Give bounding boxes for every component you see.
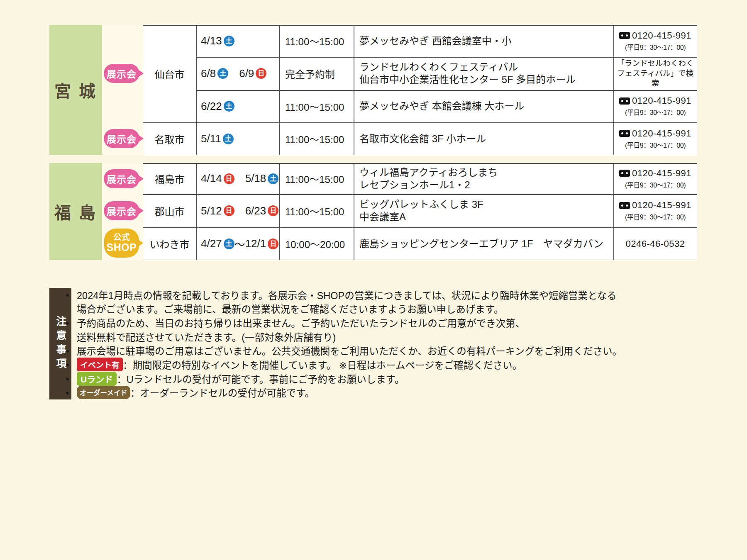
sunday-badge: 日 (224, 205, 234, 216)
date-text: 12/1 (245, 237, 266, 250)
freephone-icon (619, 202, 630, 209)
date-cell: 4/13土 (196, 25, 279, 57)
date-text: 4/13 (201, 34, 222, 47)
venue-cell: 鹿島ショッピングセンターエブリア 1F ヤマダカバン (354, 227, 613, 260)
venue-cell: 夢メッセみやぎ 本館会議棟 大ホール (354, 90, 613, 122)
city-cell-natori: 名取市 (143, 123, 196, 155)
prefecture-label-miyagi: 宮 城 (54, 78, 97, 102)
flyer-page: 宮 城 福 島 展示会 展示会 展示会 展示会 公式 SHOP 仙台市 名取市 … (0, 0, 747, 560)
search-note-line: 「ランドセルわくわく (617, 58, 693, 68)
phone-cell: 「ランドセルわくわく フェスティバル」で検索 (613, 57, 697, 90)
date-text: 4/14 (201, 172, 222, 185)
sunday-badge: 日 (256, 68, 266, 79)
venue-cell: 夢メッセみやぎ 西館会議室中・小 (354, 25, 613, 57)
venue-cell: ビッグパレットふくしま 3F 中会議室A (354, 194, 613, 227)
prefecture-cell-miyagi: 宮 城 (49, 25, 102, 155)
venue-line: ランドセルわくわくフェスティバル (359, 61, 613, 73)
sunday-badge: 日 (268, 205, 278, 216)
freephone-icon (619, 130, 630, 137)
note-text: ：Uランドセルの受付が可能です。事前にご予約をお願いします。 (117, 372, 404, 386)
saturday-badge: 土 (224, 239, 234, 249)
phone-cell: 0120-415-991 (平日9：30～17：00) (613, 194, 697, 227)
saturday-badge: 土 (268, 173, 278, 184)
exhibition-badge-fukushima: 展示会 (104, 169, 139, 188)
date-cell: 4/14日 5/18土 (196, 163, 279, 194)
date-text: 6/9 (239, 67, 254, 80)
date-separator: ～ (234, 236, 245, 251)
bullet-icon: ● (66, 291, 77, 298)
phone-hours: (平日9：30～17：00) (625, 140, 686, 150)
official-shop-badge: 公式 SHOP (104, 229, 139, 258)
freephone-icon (619, 97, 630, 105)
note-line: ●オーダーメイド：オーダーランドセルの受付が可能です。 (66, 385, 713, 399)
phone-hours: (平日9：30～17：00) (625, 42, 686, 52)
saturday-badge: 土 (224, 36, 234, 46)
note-line: ●展示会場に駐車場のご用意はございません。公共交通機関をご利用いただくか、お近く… (66, 344, 713, 358)
date-text: 6/8 (201, 67, 216, 80)
phone-number: 0120-415-991 (632, 168, 691, 179)
uland-badge: Uランド (77, 372, 117, 386)
time-cell: 11:00～15:00 (279, 90, 354, 122)
phone-hours: (平日9：30～17：00) (625, 212, 686, 222)
date-text: 6/22 (201, 100, 222, 113)
prefecture-cell-fukushima: 福 島 (49, 163, 102, 260)
phone-number: 0120-415-991 (632, 200, 691, 211)
date-separator (228, 66, 239, 81)
phone-cell: 0120-415-991 (平日9：30～17：00) (613, 163, 697, 194)
phone-cell: 0246-46-0532 (613, 227, 697, 260)
order-made-badge: オーダーメイド (77, 386, 130, 399)
phone-hours: (平日9：30～17：00) (625, 107, 686, 117)
city-cell-iwaki: いわき市 (143, 228, 196, 259)
saturday-badge: 土 (224, 101, 234, 112)
venue-cell: ランドセルわくわくフェスティバル 仙台市中小企業活性化センター 5F 多目的ホー… (354, 57, 613, 90)
venue-cell: ウィル福島アクティおろしまち レセプションホール1・2 (354, 163, 613, 194)
date-cell: 5/12日 6/23日 (196, 194, 279, 227)
shop-badge-label-bottom: SHOP (107, 242, 137, 253)
note-text: ：期間限定の特別なイベントを開催しています。 ※日程はホームページをご確認くださ… (123, 358, 522, 372)
prefecture-label-fukushima: 福 島 (54, 200, 97, 224)
phone-number: 0120-415-991 (632, 95, 691, 106)
venue-cell: 名取市文化会館 3F 小ホール (354, 122, 613, 155)
venue-line: ビッグパレットふくしま 3F (359, 198, 613, 211)
sunday-badge: 日 (268, 239, 278, 249)
freephone-icon (619, 32, 630, 39)
venue-line: 夢メッセみやぎ 本館会議棟 大ホール (359, 100, 613, 112)
phone-number: 0120-415-991 (632, 128, 691, 139)
date-text: 5/11 (201, 132, 221, 145)
exhibition-badge-label: 展示会 (107, 131, 137, 146)
shop-badge-label-top: 公式 (113, 233, 130, 242)
note-text: 2024年1月時点の情報を記載しております。各展示会・SHOPの営業につきまして… (77, 288, 617, 302)
exhibition-badge-label: 展示会 (107, 204, 137, 218)
search-note-line: フェスティバル」で検索 (613, 68, 697, 88)
note-text: 予約商品のため、当日のお持ち帰りは出来ません。ご予約いただいたランドセルのご用意… (77, 316, 525, 330)
venue-line: 名取市文化会館 3F 小ホール (359, 133, 613, 145)
time-cell: 11:00～15:00 (279, 25, 354, 57)
bullet-icon: ● (66, 389, 77, 396)
note-line: ●Uランド：Uランドセルの受付が可能です。事前にご予約をお願いします。 (66, 372, 713, 386)
venue-line: 鹿島ショッピングセンターエブリア 1F ヤマダカバン (359, 238, 613, 250)
venue-line: 仙台市中小企業活性化センター 5F 多目的ホール (359, 73, 613, 86)
venue-line: レセプションホール1・2 (359, 179, 613, 191)
note-line: ●予約商品のため、当日のお持ち帰りは出来ません。ご予約いただいたランドセルのご用… (66, 316, 713, 330)
exhibition-badge-koriyama: 展示会 (104, 201, 139, 220)
date-cell: 6/22土 (196, 90, 279, 122)
saturday-badge: 土 (217, 68, 228, 79)
time-cell: 11:00～15:00 (279, 194, 354, 227)
date-text: 5/18 (245, 172, 266, 185)
event-badge: イベント有 (77, 358, 123, 371)
phone-number: 0120-415-991 (632, 30, 691, 41)
note-text: 場合がございます。ご来場前に、最新の営業状況をご確認くださいますようお願い申しあ… (77, 302, 504, 316)
date-text: 6/23 (245, 205, 266, 217)
bullet-icon: ● (66, 375, 77, 382)
date-text: 4/27 (201, 237, 222, 250)
date-text: 5/12 (201, 205, 222, 217)
notes-list: ●2024年1月時点の情報を記載しております。各展示会・SHOPの営業につきまし… (66, 288, 713, 399)
notes-sidebar-label: 注意事項 (55, 316, 66, 372)
time-cell: 11:00～15:00 (279, 122, 354, 155)
note-line: ●イベント有：期間限定の特別なイベントを開催しています。 ※日程はホームページを… (66, 358, 713, 372)
note-text: 展示会場に駐車場のご用意はございません。公共交通機関をご利用いただくか、お近くの… (77, 343, 622, 358)
exhibition-badge-natori: 展示会 (104, 129, 139, 148)
phone-cell: 0120-415-991 (平日9：30～17：00) (613, 90, 697, 122)
city-cell-koriyama: 郡山市 (143, 195, 196, 227)
venue-line: 中会議室A (359, 211, 613, 223)
